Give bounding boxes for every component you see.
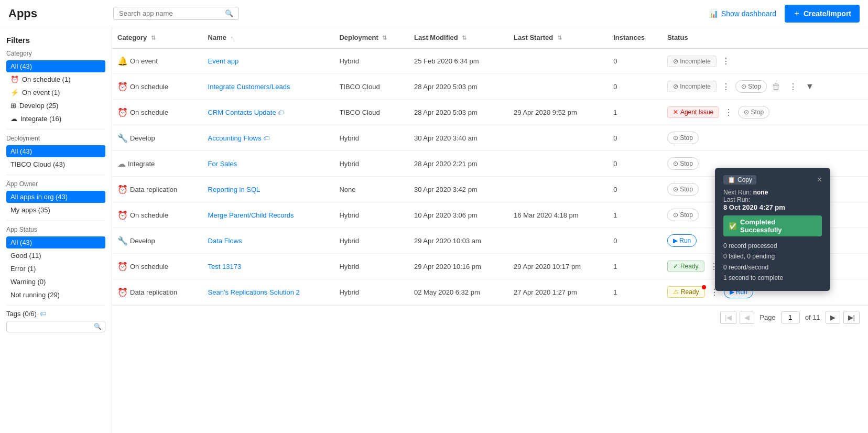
app-status-section-label: App Status (6, 226, 105, 233)
page-prev-button[interactable]: ◀ (740, 311, 754, 324)
run-button[interactable]: ▶ Run (667, 234, 697, 247)
cell-category: 🔧Develop (112, 125, 203, 151)
app-link[interactable]: Reporting in SQL (208, 186, 261, 193)
stat4: 1 second to complete (723, 273, 822, 283)
filter-develop[interactable]: ⊞ Develop (25) (6, 100, 105, 112)
filter-integrate[interactable]: ☁ Integrate (16) (6, 113, 105, 125)
tags-row: Tags (0/6) 🏷 (6, 310, 105, 318)
create-import-button[interactable]: ＋ Create/Import (785, 5, 860, 23)
col-deployment[interactable]: Deployment ⇅ (334, 27, 409, 48)
check-circle-icon: ✅ (729, 222, 737, 230)
filter-on-schedule[interactable]: ⏰ On schedule (1) (6, 73, 105, 85)
page-input[interactable] (781, 311, 800, 323)
tags-search-box[interactable]: 🔍 (6, 321, 105, 332)
actions-cell: ⊘ Incomplete⋮⊙ Stop🗑⋮▼ (667, 80, 863, 93)
cell-last-started: 29 Apr 2020 10:17 pm (508, 254, 608, 279)
filter-good[interactable]: Good (11) (6, 250, 105, 262)
kebab-button2[interactable]: ⋮ (786, 81, 800, 93)
cell-name: Integrate Customers/Leads (203, 74, 334, 100)
filter-all-org[interactable]: All apps in org (43) (6, 191, 105, 203)
category-icon: ⏰ (117, 107, 128, 117)
search-box[interactable]: 🔍 (113, 7, 239, 20)
event-icon: ⚡ (10, 89, 19, 96)
app-link[interactable]: Sean's Replications Solution 2 (208, 288, 300, 296)
col-last-started[interactable]: Last Started ⇅ (508, 27, 608, 48)
actions-cell: ⊙ Stop (667, 132, 863, 144)
filter-all-status[interactable]: All (43) (6, 236, 105, 248)
kebab-button[interactable]: ⋮ (721, 106, 736, 118)
last-run-value: 8 Oct 2020 4:27 pm (723, 203, 822, 211)
actions-cell: ⊘ Incomplete⋮ (667, 55, 863, 67)
col-instances: Instances (608, 27, 662, 48)
cell-instances: 0 (608, 228, 662, 254)
app-link[interactable]: Accounting Flows (208, 134, 262, 142)
tag-icon: 🏷 (278, 109, 284, 116)
cell-status: ⊘ Incomplete⋮⊙ Stop🗑⋮▼ (662, 74, 868, 100)
app-link[interactable]: Event app (208, 57, 239, 65)
cell-last-started (508, 177, 608, 202)
cell-last-started (508, 125, 608, 151)
kebab-button[interactable]: ⋮ (719, 55, 733, 67)
filter-tibco-cloud[interactable]: TIBCO Cloud (43) (6, 158, 105, 170)
app-link[interactable]: For Sales (208, 160, 237, 168)
kebab-button[interactable]: ⋮ (719, 81, 733, 93)
cell-instances: 1 (608, 254, 662, 279)
filter-error[interactable]: Error (1) (6, 263, 105, 275)
app-link[interactable]: Merge Parent/Child Records (208, 211, 294, 219)
copy-label: Copy (737, 176, 752, 183)
plus-icon: ＋ (793, 9, 800, 18)
cell-last-started (508, 48, 608, 74)
search-icon: 🔍 (225, 9, 233, 17)
cell-instances: 1 (608, 279, 662, 305)
filter-all-deployment[interactable]: All (43) (6, 145, 105, 157)
chevron-down-button[interactable]: ▼ (802, 81, 817, 92)
col-last-modified[interactable]: Last Modified ⇅ (409, 27, 508, 48)
stop-button[interactable]: ⊙ Stop (667, 157, 699, 170)
tooltip-close-button[interactable]: × (817, 176, 822, 184)
divider1 (6, 129, 105, 129)
sort-icon-started: ⇅ (557, 35, 562, 41)
divider2 (6, 175, 105, 175)
cell-deployment: Hybrid (334, 279, 409, 305)
stop-button[interactable]: ⊙ Stop (667, 183, 699, 196)
col-category[interactable]: Category ⇅ (112, 27, 203, 48)
cell-last-modified: 29 Apr 2020 10:03 am (409, 228, 508, 254)
app-link[interactable]: CRM Contacts Update (208, 109, 276, 116)
table-header: Category ⇅ Name ↑ Deployment ⇅ Last Modi… (112, 27, 868, 48)
cell-last-started (508, 74, 608, 100)
page-next-button[interactable]: ▶ (826, 311, 840, 324)
category-section-label: Category (6, 50, 105, 57)
page-first-button[interactable]: |◀ (720, 311, 736, 324)
page-label: Page (760, 313, 775, 321)
tooltip-copy-button[interactable]: 📋 Copy (723, 175, 756, 185)
app-link[interactable]: Integrate Customers/Leads (208, 83, 290, 91)
red-dot (702, 285, 706, 289)
search-input[interactable] (119, 9, 223, 17)
delete-button[interactable]: 🗑 (769, 81, 784, 92)
tags-search-input[interactable] (10, 323, 94, 330)
filter-not-running[interactable]: Not running (29) (6, 289, 105, 301)
cell-last-modified: 02 May 2020 6:32 pm (409, 279, 508, 305)
stop-button[interactable]: ⊙ Stop (738, 106, 769, 118)
table-row: 🔔On eventEvent appHybrid25 Feb 2020 6:34… (112, 48, 868, 74)
cell-deployment: Hybrid (334, 254, 409, 279)
filter-warning[interactable]: Warning (0) (6, 276, 105, 288)
col-name[interactable]: Name ↑ (203, 27, 334, 48)
filter-on-event[interactable]: ⚡ On event (1) (6, 86, 105, 99)
filter-my-apps[interactable]: My apps (35) (6, 204, 105, 216)
cell-last-started: 16 Mar 2020 4:18 pm (508, 202, 608, 228)
app-link[interactable]: Data Flows (208, 237, 242, 245)
main-layout: Filters Category All (43) ⏰ On schedule … (0, 27, 868, 433)
show-dashboard-button[interactable]: 📊 Show dashboard (709, 9, 776, 18)
clock-icon: ⏰ (10, 75, 19, 83)
category-icon: 🔧 (117, 133, 128, 143)
stop-button[interactable]: ⊙ Stop (667, 132, 699, 144)
stop-button[interactable]: ⊙ Stop (735, 80, 767, 93)
cell-name: Reporting in SQL (203, 177, 334, 202)
page-last-button[interactable]: ▶| (843, 311, 860, 324)
app-link[interactable]: Test 13173 (208, 263, 242, 270)
filter-all-category[interactable]: All (43) (6, 60, 105, 72)
stop-button[interactable]: ⊙ Stop (667, 209, 699, 221)
page-total: of 11 (805, 313, 820, 321)
table-row: 🔧DevelopAccounting Flows 🏷Hybrid30 Apr 2… (112, 125, 868, 151)
